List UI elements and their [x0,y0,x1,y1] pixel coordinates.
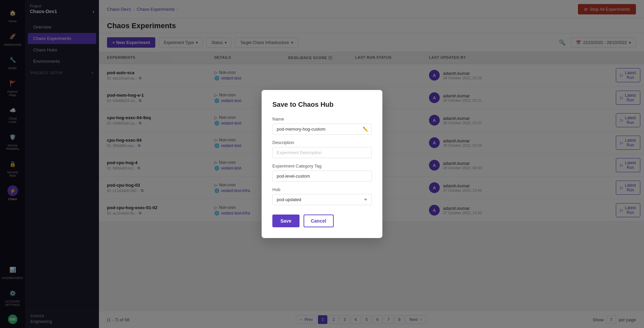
save-to-chaos-hub-modal: Save to Chaos Hub Name ✏️ Description Ex… [262,90,382,238]
category-form-group: Experiment Category Tag [272,163,372,182]
save-button[interactable]: Save [272,215,300,227]
modal-actions: Save Cancel [272,215,372,227]
category-label: Experiment Category Tag [272,163,372,169]
name-label: Name [272,116,372,122]
description-form-group: Description [272,140,372,158]
name-form-group: Name ✏️ [272,116,372,135]
cancel-button[interactable]: Cancel [304,215,334,227]
name-input[interactable] [272,124,372,135]
category-input[interactable] [272,171,372,182]
modal-title: Save to Chaos Hub [272,101,372,108]
hub-label: Hub [272,187,372,192]
description-label: Description [272,140,372,145]
hub-form-group: Hub pod-updated default-hub [272,187,372,205]
modal-overlay: Save to Chaos Hub Name ✏️ Description Ex… [0,0,644,328]
edit-icon: ✏️ [363,127,368,132]
description-input[interactable] [272,147,372,158]
hub-select[interactable]: pod-updated default-hub [272,194,372,205]
